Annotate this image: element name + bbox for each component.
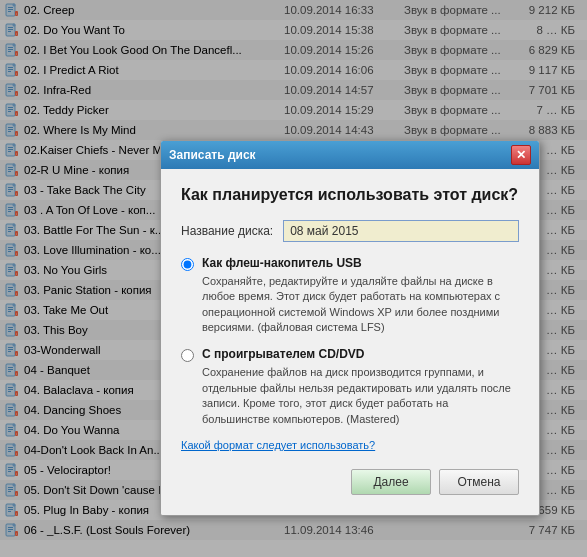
option-cd-title: С проигрывателем CD/DVD (202, 347, 519, 361)
cancel-button[interactable]: Отмена (439, 469, 519, 495)
option-usb-desc: Сохраняйте, редактируйте и удаляйте файл… (202, 274, 519, 336)
dialog-close-button[interactable]: ✕ (511, 145, 531, 165)
dialog-titlebar: Записать диск ✕ (161, 141, 539, 169)
option-cd-desc: Сохранение файлов на диск производится г… (202, 365, 519, 427)
option-cd-dvd: С проигрывателем CD/DVD Сохранение файло… (181, 347, 519, 427)
option-usb-flash: Как флеш-накопитель USB Сохраняйте, реда… (181, 256, 519, 336)
disk-name-field-row: Название диска: (181, 220, 519, 242)
format-help-link[interactable]: Какой формат следует использовать? (181, 439, 519, 451)
dialog-question: Как планируется использовать этот диск? (181, 185, 519, 206)
disk-name-input[interactable] (283, 220, 519, 242)
burn-disk-dialog: Записать диск ✕ Как планируется использо… (160, 140, 540, 516)
dialog-title: Записать диск (169, 148, 256, 162)
option-cd-radio[interactable] (181, 349, 194, 362)
dialog-footer: Далее Отмена (181, 465, 519, 499)
option-usb-radio[interactable] (181, 258, 194, 271)
next-button[interactable]: Далее (351, 469, 431, 495)
dialog-body: Как планируется использовать этот диск? … (161, 169, 539, 515)
disk-name-label: Название диска: (181, 224, 273, 238)
option-usb-title: Как флеш-накопитель USB (202, 256, 519, 270)
